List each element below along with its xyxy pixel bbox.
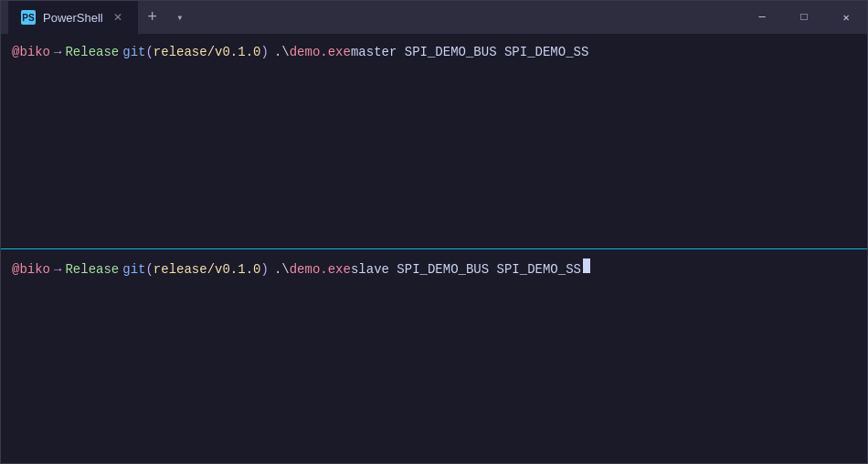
- powershell-tab-icon: PS: [21, 10, 36, 25]
- cmd-prefix-bottom: .\: [274, 260, 290, 279]
- user-top: @biko: [12, 43, 50, 62]
- tab-close-button[interactable]: ✕: [111, 10, 125, 25]
- user-bottom: @biko: [12, 260, 50, 279]
- git-paren-close-bottom: ): [260, 260, 268, 279]
- terminal-body: @biko → Release git ( release/v0.1.0 ) .…: [1, 34, 867, 463]
- git-branch-top: release/v0.1.0: [153, 43, 261, 62]
- dir-top: Release: [65, 43, 119, 62]
- git-paren-close-top: ): [260, 43, 268, 62]
- git-label-top: git: [122, 43, 145, 62]
- cmd-exe-bottom: demo.exe: [290, 260, 351, 279]
- close-button[interactable]: ✕: [825, 1, 867, 34]
- arrow-top: →: [54, 43, 61, 62]
- cmd-args-bottom: slave SPI_DEMO_BUS SPI_DEMO_SS: [351, 260, 581, 279]
- tab-dropdown-button[interactable]: ▾: [167, 5, 193, 30]
- window-controls: ─ □ ✕: [741, 1, 867, 34]
- tab-label: PowerShell: [43, 11, 103, 25]
- prompt-line-bottom: @biko → Release git ( release/v0.1.0 ) .…: [12, 258, 856, 279]
- dir-bottom: Release: [65, 260, 119, 279]
- cmd-args-top: master SPI_DEMO_BUS SPI_DEMO_SS: [351, 43, 588, 62]
- maximize-button[interactable]: □: [783, 1, 825, 34]
- terminal-pane-top[interactable]: @biko → Release git ( release/v0.1.0 ) .…: [1, 34, 867, 249]
- powershell-window: PS PowerShell ✕ + ▾ ─ □ ✕: [0, 0, 868, 464]
- tab-group: PS PowerShell ✕ + ▾: [8, 1, 741, 34]
- arrow-bottom: →: [54, 260, 61, 279]
- cmd-exe-top: demo.exe: [290, 43, 351, 62]
- tab-powershell[interactable]: PS PowerShell ✕: [8, 1, 138, 34]
- cmd-prefix-top: .\: [274, 43, 290, 62]
- minimize-button[interactable]: ─: [741, 1, 783, 34]
- titlebar: PS PowerShell ✕ + ▾ ─ □ ✕: [1, 1, 867, 34]
- git-paren-open-bottom: (: [145, 260, 153, 279]
- git-paren-open-top: (: [145, 43, 153, 62]
- new-tab-button[interactable]: +: [138, 3, 167, 32]
- git-label-bottom: git: [122, 260, 145, 279]
- terminal-pane-bottom[interactable]: @biko → Release git ( release/v0.1.0 ) .…: [1, 249, 867, 464]
- prompt-line-top: @biko → Release git ( release/v0.1.0 ) .…: [12, 43, 856, 62]
- git-branch-bottom: release/v0.1.0: [153, 260, 261, 279]
- terminal-cursor: [583, 258, 590, 273]
